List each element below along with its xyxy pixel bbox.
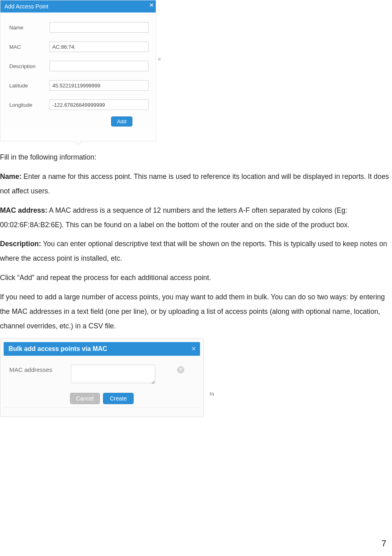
bulk-title: Bulk add access points via MAC [8, 345, 107, 352]
bulk-body: MAC addresses ◢ ? [0, 356, 203, 387]
text-description: You can enter optional descriptive text … [0, 240, 387, 262]
document-body: Fill in the following information: Name:… [0, 141, 392, 334]
popover-arrow-icon [74, 141, 82, 145]
dialog-body: Name MAC Description Latitude Longitude [0, 12, 156, 129]
form-row-description: Description [9, 61, 149, 71]
term-name: Name: [0, 172, 22, 180]
paragraph-name: Name: Enter a name for this access point… [0, 170, 390, 199]
form-row-latitude: Latitude [9, 80, 149, 91]
text-mac: A MAC address is a sequence of 12 number… [0, 206, 349, 229]
input-description[interactable] [50, 61, 149, 71]
label-description: Description [9, 63, 50, 69]
add-button[interactable]: Add [111, 116, 132, 127]
form-row-longitude: Longitude [9, 100, 149, 110]
label-name: Name [9, 25, 50, 31]
bulk-titlebar: Bulk add access points via MAC × [4, 342, 200, 356]
input-longitude[interactable] [50, 100, 149, 110]
lead-paragraph: Fill in the following information: [0, 150, 390, 165]
bulk-actions: Cancel Create [0, 393, 203, 404]
form-row-name: Name [9, 22, 149, 33]
paragraph-bulk: If you need to add a large number of acc… [0, 290, 390, 334]
document-page: a p Add Access Point × Name MAC Descript… [0, 0, 392, 556]
create-button[interactable]: Create [103, 393, 134, 404]
cropped-text: o [158, 56, 161, 61]
page-number: 7 [382, 538, 386, 549]
term-mac: MAC address: [0, 206, 47, 214]
cropped-text: In [210, 391, 215, 397]
form-row-mac: MAC [9, 41, 149, 52]
dialog-actions: Add [9, 116, 149, 127]
input-latitude[interactable] [50, 80, 149, 91]
label-mac-addresses: MAC addresses [9, 365, 52, 373]
close-icon[interactable]: × [150, 1, 153, 9]
bulk-add-dialog: Bulk add access points via MAC × MAC add… [0, 338, 204, 417]
bulk-footer-divider [4, 407, 200, 412]
term-description: Description: [0, 240, 41, 248]
input-name[interactable] [50, 22, 149, 33]
label-mac: MAC [9, 44, 50, 50]
text-name: Enter a name for this access point. This… [0, 172, 389, 195]
dialog-titlebar: Add Access Point × [0, 0, 156, 12]
paragraph-click-add: Click “Add” and repeat the process for e… [0, 271, 390, 285]
close-icon[interactable]: × [191, 342, 196, 355]
label-longitude: Longitude [9, 102, 50, 108]
cancel-button[interactable]: Cancel [70, 393, 100, 404]
input-mac-addresses[interactable] [71, 365, 155, 383]
label-latitude: Latitude [9, 83, 50, 89]
paragraph-description: Description: You can enter optional desc… [0, 237, 390, 266]
input-mac[interactable] [50, 41, 149, 52]
dialog-title: Add Access Point [4, 3, 48, 10]
bulk-input-wrap: ◢ [71, 365, 155, 385]
help-icon[interactable]: ? [177, 366, 184, 373]
paragraph-mac: MAC address: A MAC address is a sequence… [0, 203, 390, 232]
add-access-point-dialog: a p Add Access Point × Name MAC Descript… [0, 0, 156, 141]
